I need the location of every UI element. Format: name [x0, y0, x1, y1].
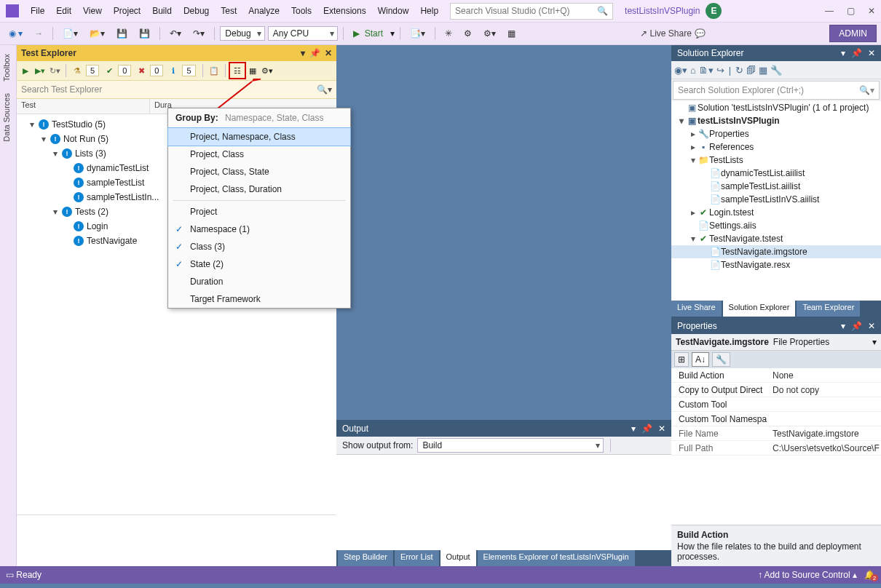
side-tab-toolbox[interactable]: Toolbox	[0, 48, 16, 87]
menu-debug[interactable]: Debug	[178, 3, 215, 19]
solution-item[interactable]: 📄 TestNavigate.resx	[671, 258, 881, 271]
maximize-button[interactable]: ▢	[847, 6, 855, 16]
props-pin-icon[interactable]: 📌	[851, 321, 862, 331]
platform-dropdown[interactable]: Any CPU	[268, 26, 338, 41]
repeat-button[interactable]: ↻▾	[49, 65, 60, 76]
save-button[interactable]: 💾	[112, 27, 132, 40]
side-tab-data-sources[interactable]: Data Sources	[0, 87, 16, 148]
output-tab[interactable]: Step Builder	[338, 550, 393, 566]
output-body[interactable]	[336, 455, 671, 550]
solution-item[interactable]: ▾✔ TestNavigate.tstest	[671, 232, 881, 245]
redo-button[interactable]: ↷▾	[189, 27, 209, 40]
output-close-icon[interactable]: ✕	[658, 424, 665, 434]
se-close-icon[interactable]: ✕	[868, 48, 875, 58]
start-button[interactable]: Start	[349, 27, 387, 40]
menu-help[interactable]: Help	[414, 3, 444, 19]
property-row[interactable]: Copy to Output DirectDo not copy	[671, 383, 881, 397]
solution-item[interactable]: 📄 sampleTestListInVS.aiilist	[671, 193, 881, 206]
groupby-option[interactable]: State (2)	[168, 255, 350, 273]
notifications-button[interactable]: 🔔2	[864, 570, 875, 580]
se-refresh-icon[interactable]: ↻	[735, 65, 743, 76]
menu-window[interactable]: Window	[372, 3, 415, 19]
solution-item[interactable]: ▾📁 TestLists	[671, 154, 881, 167]
se-properties-icon[interactable]: 🔧	[770, 65, 782, 76]
extra-button-4[interactable]: ⚙▾	[479, 27, 500, 40]
solution-item[interactable]: ▣ Solution 'testListsInVSPlugin' (1 of 1…	[671, 101, 881, 114]
extra-button-3[interactable]: ⚙	[459, 27, 476, 40]
props-dropdown-icon[interactable]: ▾	[841, 321, 845, 331]
menu-analyze[interactable]: Analyze	[242, 3, 285, 19]
groupby-option[interactable]: Project, Namespace, Class	[167, 127, 351, 146]
open-file-button[interactable]: 📂▾	[85, 27, 109, 40]
property-row[interactable]: Custom Tool Namespa	[671, 412, 881, 426]
output-dropdown-icon[interactable]: ▾	[631, 424, 636, 434]
menu-project[interactable]: Project	[108, 3, 146, 19]
groupby-option[interactable]: Project	[168, 203, 350, 220]
menu-edit[interactable]: Edit	[50, 3, 77, 19]
props-wrench-button[interactable]: 🔧	[712, 352, 730, 367]
se-tab[interactable]: Live Share	[671, 301, 722, 317]
settings-button[interactable]: ⚙▾	[261, 65, 273, 76]
property-row[interactable]: Custom Tool	[671, 397, 881, 412]
menu-build[interactable]: Build	[146, 3, 178, 19]
property-row[interactable]: Full PathC:\Users\etsvetko\Source\F	[671, 441, 881, 456]
extra-button-1[interactable]: 📑▾	[406, 27, 430, 40]
groupby-option[interactable]: Duration	[168, 273, 350, 290]
new-item-button[interactable]: 📄▾	[58, 27, 82, 40]
playlist-button[interactable]: 📋	[208, 65, 220, 76]
pin-icon[interactable]: 📌	[309, 48, 320, 58]
output-tab[interactable]: Error List	[395, 550, 439, 566]
close-button[interactable]: ✕	[868, 6, 875, 16]
user-badge[interactable]: E	[706, 3, 722, 19]
column-test[interactable]: Test	[17, 99, 150, 114]
props-alpha-button[interactable]: A↓	[692, 352, 709, 367]
columns-button[interactable]: ▦	[247, 65, 258, 76]
save-all-button[interactable]: 💾	[135, 27, 154, 40]
props-categorized-button[interactable]: ⊞	[674, 352, 689, 367]
feedback-icon[interactable]: 💬	[695, 28, 706, 39]
solution-explorer-search[interactable]: Search Solution Explorer (Ctrl+;) 🔍▾	[673, 81, 880, 100]
solution-item[interactable]: 📄 dynamicTestList.aiilist	[671, 167, 881, 180]
se-dropdown-icon[interactable]: ▾	[841, 48, 845, 58]
configuration-dropdown[interactable]: Debug	[220, 26, 264, 41]
output-tab[interactable]: Output	[440, 550, 476, 566]
menu-tools[interactable]: Tools	[285, 3, 317, 19]
se-sync-icon[interactable]: 🗎▾	[699, 65, 714, 76]
close-panel-icon[interactable]: ✕	[325, 48, 332, 58]
live-share-button[interactable]: Live Share	[650, 28, 692, 39]
extra-button-5[interactable]: ▦	[503, 27, 520, 40]
se-copy-icon[interactable]: 🗐	[746, 65, 756, 76]
property-row[interactable]: Build ActionNone	[671, 368, 881, 383]
solution-item[interactable]: 📄 sampleTestList.aiilist	[671, 180, 881, 193]
solution-item[interactable]: 📄 Settings.aiis	[671, 219, 881, 232]
nav-back-button[interactable]: ◉ ▾	[4, 27, 27, 40]
groupby-option[interactable]: Project, Class	[168, 146, 350, 163]
test-explorer-search[interactable]: Search Test Explorer 🔍▾	[17, 81, 336, 99]
se-arrow-icon[interactable]: ↪	[716, 65, 724, 76]
se-home-button[interactable]: ◉▾	[674, 65, 687, 76]
solution-item[interactable]: ▸✔ Login.tstest	[671, 206, 881, 219]
output-tab[interactable]: Elements Explorer of testListsInVSPlugin	[478, 550, 635, 566]
panel-dropdown-icon[interactable]: ▾	[301, 48, 305, 58]
se-home-icon[interactable]: ⌂	[690, 65, 696, 76]
property-row[interactable]: File NameTestNavigate.imgstore	[671, 426, 881, 441]
nav-forward-button[interactable]: →	[30, 27, 47, 40]
extra-button-2[interactable]: ✳	[440, 27, 457, 40]
menu-test[interactable]: Test	[215, 3, 242, 19]
show-output-dropdown[interactable]: Build	[417, 438, 604, 453]
groupby-option[interactable]: Project, Class, State	[168, 163, 350, 180]
solution-item[interactable]: ▾▣ testListsInVSPlugin	[671, 114, 881, 127]
groupby-option[interactable]: Project, Class, Duration	[168, 180, 350, 198]
solution-item[interactable]: 📄 TestNavigate.imgstore	[671, 245, 881, 258]
menu-extensions[interactable]: Extensions	[317, 3, 372, 19]
groupby-button[interactable]: ☷	[231, 64, 244, 77]
menu-view[interactable]: View	[77, 3, 108, 19]
se-tab[interactable]: Solution Explorer	[723, 301, 796, 317]
undo-button[interactable]: ↶▾	[165, 27, 186, 40]
props-close-icon[interactable]: ✕	[868, 321, 875, 331]
groupby-option[interactable]: Namespace (1)	[168, 220, 350, 238]
run-all-button[interactable]: ▶	[20, 65, 31, 76]
se-showall-icon[interactable]: ▦	[759, 65, 767, 76]
source-control-button[interactable]: ↑ Add to Source Control ▴	[758, 570, 857, 580]
groupby-option[interactable]: Target Framework	[168, 290, 350, 308]
